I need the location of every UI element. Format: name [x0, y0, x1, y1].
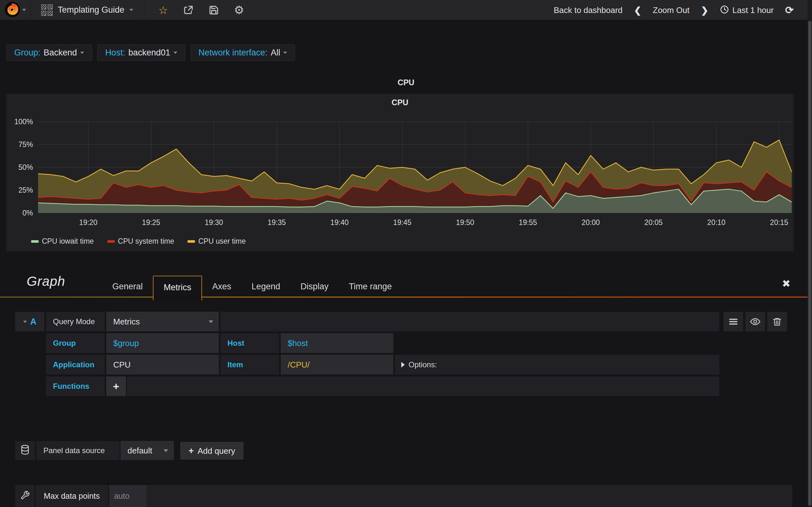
options-label: Options: [409, 360, 437, 369]
svg-text:0%: 0% [22, 209, 33, 217]
series-label: CPU user time [198, 237, 246, 245]
host-label-cell: Host [220, 333, 279, 353]
datasource-label: Panel data source [37, 446, 105, 455]
legend-item[interactable]: CPU iowait time [31, 237, 94, 245]
add-function-button[interactable]: + [106, 377, 126, 396]
top-navbar: Templating Guide ☆ ⚙ Back to dashboard [0, 0, 812, 20]
query-mode-select[interactable]: Metrics [106, 312, 219, 331]
host-input[interactable]: $host [281, 333, 393, 353]
time-shift-left-icon[interactable]: ❮ [634, 5, 641, 15]
svg-text:20:05: 20:05 [645, 218, 663, 227]
item-value: /CPU/ [281, 360, 310, 370]
chevron-down-icon [23, 321, 27, 323]
application-value: CPU [106, 360, 131, 370]
variable-value: Backend [44, 48, 77, 58]
group-input[interactable]: $group [106, 333, 219, 353]
chart-legend: CPU iowait time CPU system time CPU user… [31, 237, 246, 245]
plus-icon: + [189, 446, 194, 456]
functions-label-cell: Functions [46, 377, 105, 396]
query-mode-label-cell: Query Mode [46, 312, 105, 331]
query-delete-button[interactable] [767, 312, 787, 331]
series-label: CPU system time [118, 237, 174, 245]
variable-label: Network interface: [199, 48, 268, 58]
variable-value: backend01 [129, 48, 170, 58]
item-label: Item [220, 360, 243, 369]
page-scrollbar[interactable] [808, 0, 812, 507]
legend-item[interactable]: CPU system time [107, 237, 174, 245]
query-collapse-button[interactable]: A [15, 312, 44, 331]
svg-text:19:20: 19:20 [79, 218, 98, 227]
series-label: CPU iowait time [42, 237, 94, 245]
options-toggle[interactable]: Options: [395, 355, 719, 375]
application-input[interactable]: CPU [106, 355, 219, 375]
scrollbar-thumb[interactable] [808, 21, 811, 506]
variable-group-dropdown[interactable]: Group: Backend [6, 44, 92, 61]
variable-host-dropdown[interactable]: Host: backend01 [97, 44, 185, 61]
refresh-icon[interactable]: ⟳ [785, 4, 794, 16]
tab-axes[interactable]: Axes [202, 276, 241, 297]
svg-text:100%: 100% [14, 118, 33, 126]
query-menu-button[interactable] [723, 312, 743, 331]
grafana-logo-icon [4, 2, 20, 19]
host-value: $host [281, 338, 308, 348]
chevron-down-icon [164, 449, 168, 452]
svg-text:20:10: 20:10 [707, 218, 726, 227]
panel-title[interactable]: CPU [6, 98, 794, 107]
svg-text:75%: 75% [18, 140, 33, 149]
svg-text:19:50: 19:50 [456, 218, 474, 227]
chevron-down-icon [209, 320, 213, 323]
panel-editor-header: Graph General Metrics Axes Legend Displa… [0, 269, 812, 297]
group-label: Group [46, 339, 76, 348]
graph-panel: CPU 0%25%50%75%100%19:2019:2519:3019:351… [6, 94, 794, 251]
editor-accent-line [0, 297, 812, 297]
functions-row-filler [127, 377, 719, 396]
dashboard-row-title: CPU [0, 78, 812, 87]
group-label-cell: Group [46, 333, 105, 353]
template-variables-row: Group: Backend Host: backend01 Network i… [6, 44, 295, 61]
host-label: Host [220, 339, 244, 348]
max-data-points-row: Max data points auto [15, 484, 792, 507]
zoom-out-button[interactable]: Zoom Out [653, 5, 690, 15]
tab-time-range[interactable]: Time range [339, 276, 402, 297]
query-letter: A [30, 317, 37, 327]
chevron-down-icon [130, 9, 133, 11]
time-shift-right-icon[interactable]: ❯ [701, 5, 708, 15]
max-data-points-input[interactable]: auto [109, 485, 147, 507]
svg-text:20:15: 20:15 [770, 218, 789, 227]
chevron-right-icon [401, 362, 405, 368]
time-picker[interactable]: Last 1 hour [720, 5, 774, 15]
application-label-cell: Application [46, 355, 105, 375]
back-to-dashboard-link[interactable]: Back to dashboard [554, 5, 623, 15]
item-input[interactable]: /CPU/ [281, 355, 393, 375]
datasource-select[interactable]: default [120, 441, 174, 460]
tab-general[interactable]: General [102, 276, 153, 297]
legend-item[interactable]: CPU user time [188, 237, 246, 245]
group-value: $group [106, 338, 139, 348]
series-color-swatch [107, 240, 115, 243]
svg-text:19:45: 19:45 [393, 218, 412, 227]
variable-label: Group: [14, 48, 41, 58]
query-mode-value: Metrics [106, 317, 140, 327]
query-toggle-visibility-button[interactable] [745, 312, 765, 331]
cpu-stacked-area-chart[interactable]: 0%25%50%75%100%19:2019:2519:3019:3519:40… [6, 111, 794, 235]
wrench-icon [20, 491, 30, 501]
tab-display[interactable]: Display [290, 276, 339, 297]
grafana-menu[interactable] [0, 0, 31, 20]
svg-text:19:55: 19:55 [519, 218, 537, 227]
wrench-icon-cell [15, 485, 36, 507]
variable-netif-dropdown[interactable]: Network interface: All [191, 44, 295, 61]
tab-metrics[interactable]: Metrics [153, 276, 202, 300]
application-label: Application [46, 360, 95, 369]
add-query-button[interactable]: + Add query [180, 442, 244, 460]
chevron-down-icon [173, 52, 177, 54]
dashboard-title-dropdown[interactable]: Templating Guide [31, 0, 144, 20]
svg-text:25%: 25% [18, 186, 33, 194]
star-icon[interactable]: ☆ [158, 5, 168, 15]
close-icon[interactable]: ✖ [782, 278, 791, 290]
datasource-label-cell: Panel data source [37, 441, 119, 460]
tab-legend[interactable]: Legend [241, 276, 290, 297]
gear-icon[interactable]: ⚙ [234, 4, 244, 16]
svg-text:20:00: 20:00 [582, 218, 600, 227]
share-icon[interactable] [183, 5, 194, 15]
save-icon[interactable] [209, 5, 219, 15]
